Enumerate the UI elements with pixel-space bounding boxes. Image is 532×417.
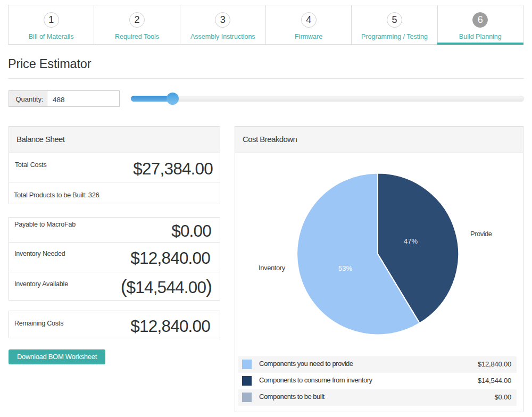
svg-text:Provide: Provide [470, 230, 492, 238]
svg-text:Inventory: Inventory [259, 264, 286, 272]
svg-text:47%: 47% [404, 237, 418, 245]
svg-text:53%: 53% [338, 264, 352, 272]
